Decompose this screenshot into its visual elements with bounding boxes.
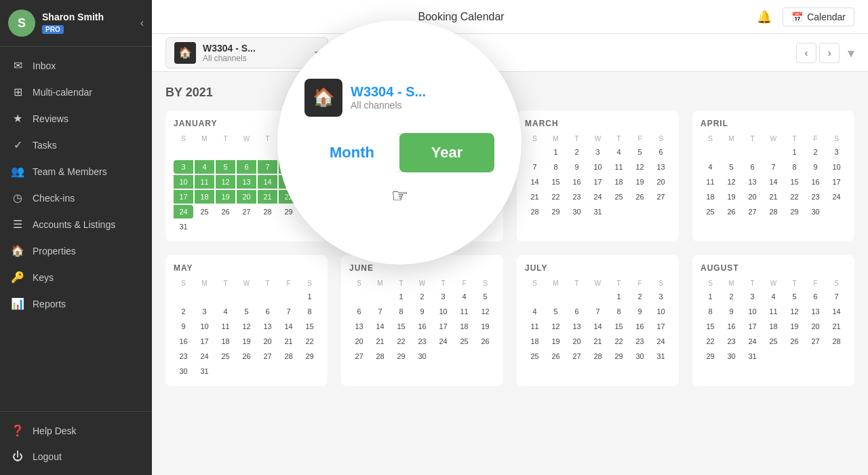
cal-day[interactable]: 3 [827, 145, 846, 159]
cal-day[interactable]: 24 [433, 335, 453, 348]
sidebar-item-helpdesk[interactable]: ❓ Help Desk [0, 417, 152, 444]
cal-day[interactable]: 21 [525, 190, 545, 204]
cal-day[interactable]: 13 [237, 175, 256, 189]
cal-day[interactable]: 26 [237, 349, 256, 363]
cal-day[interactable]: 5 [237, 305, 256, 318]
cal-day[interactable] [216, 145, 235, 159]
cal-day[interactable]: 16 [412, 320, 432, 333]
cal-day[interactable]: 23 [567, 190, 587, 204]
cal-day[interactable]: 8 [785, 160, 804, 174]
notification-bell-icon[interactable]: 🔔 [757, 10, 772, 24]
cal-day[interactable]: 2 [412, 290, 432, 303]
cal-day[interactable]: 25 [525, 349, 545, 363]
view-dropdown-icon[interactable]: ▾ [848, 45, 854, 61]
cal-day[interactable]: 21 [370, 335, 390, 348]
cal-day[interactable]: 6 [651, 145, 671, 159]
cal-day[interactable]: 22 [609, 335, 629, 348]
cal-day[interactable]: 29 [300, 349, 319, 363]
cal-day[interactable]: 18 [701, 190, 720, 204]
cal-day[interactable]: 20 [806, 320, 825, 333]
cal-day[interactable]: 10 [827, 160, 846, 174]
cal-day[interactable]: 7 [764, 160, 783, 174]
cal-day[interactable]: 17 [174, 190, 193, 204]
year-view-button[interactable]: Year [399, 133, 494, 172]
cal-day[interactable] [370, 290, 390, 303]
cal-day[interactable]: 13 [806, 305, 825, 318]
cal-day[interactable]: 4 [195, 160, 214, 174]
cal-day[interactable]: 24 [588, 190, 608, 204]
next-arrow-button[interactable]: › [819, 43, 840, 63]
cal-day[interactable] [546, 290, 566, 303]
cal-day[interactable]: 28 [764, 205, 783, 218]
cal-day[interactable] [258, 290, 277, 303]
cal-day[interactable]: 24 [743, 335, 762, 348]
cal-day[interactable]: 11 [216, 320, 235, 333]
cal-day[interactable]: 28 [588, 349, 608, 363]
month-view-button[interactable]: Month [304, 133, 399, 172]
cal-day[interactable]: 1 [785, 145, 804, 159]
cal-day[interactable]: 6 [258, 305, 277, 318]
cal-day[interactable]: 2 [806, 145, 825, 159]
cal-day[interactable]: 5 [722, 160, 741, 174]
cal-day[interactable]: 18 [525, 335, 545, 348]
cal-day[interactable]: 24 [195, 349, 214, 363]
sidebar-item-tasks[interactable]: ✓ Tasks [0, 132, 152, 158]
cal-day[interactable]: 31 [174, 220, 193, 233]
cal-day[interactable]: 11 [764, 305, 783, 318]
cal-day[interactable]: 27 [567, 349, 587, 363]
cal-day[interactable]: 11 [195, 175, 214, 189]
cal-day[interactable]: 8 [300, 305, 319, 318]
cal-day[interactable]: 20 [349, 335, 369, 348]
cal-day[interactable]: 25 [701, 205, 720, 218]
cal-day[interactable]: 14 [525, 175, 545, 189]
cal-day[interactable]: 30 [567, 205, 587, 218]
cal-day[interactable]: 10 [651, 305, 671, 318]
cal-day[interactable]: 30 [412, 349, 432, 363]
cal-day[interactable]: 30 [722, 349, 741, 363]
sidebar-item-multi-calendar[interactable]: ⊞ Multi-calendar [0, 79, 152, 105]
cal-day[interactable]: 31 [743, 349, 762, 363]
cal-day[interactable] [216, 364, 235, 378]
sidebar-profile[interactable]: S Sharon Smith PRO ‹ [0, 0, 152, 47]
cal-day[interactable] [279, 364, 298, 378]
cal-day[interactable] [195, 290, 214, 303]
cal-day[interactable]: 8 [546, 160, 566, 174]
cal-day[interactable] [827, 205, 846, 218]
cal-day[interactable]: 26 [216, 205, 235, 218]
cal-day[interactable]: 18 [764, 320, 783, 333]
cal-day[interactable] [258, 145, 277, 159]
cal-day[interactable]: 17 [433, 320, 453, 333]
cal-day[interactable]: 1 [391, 290, 411, 303]
cal-day[interactable]: 25 [216, 349, 235, 363]
cal-day[interactable]: 16 [567, 175, 587, 189]
cal-day[interactable]: 10 [743, 305, 762, 318]
cal-day[interactable] [300, 364, 319, 378]
cal-day[interactable]: 19 [630, 175, 650, 189]
cal-day[interactable]: 5 [216, 160, 235, 174]
cal-day[interactable]: 22 [546, 190, 566, 204]
cal-day[interactable]: 26 [546, 349, 566, 363]
cal-day[interactable]: 18 [195, 190, 214, 204]
sidebar-collapse-icon[interactable]: ‹ [140, 17, 144, 29]
cal-day[interactable]: 12 [475, 305, 495, 318]
cal-day[interactable]: 7 [827, 290, 846, 303]
cal-day[interactable]: 17 [743, 320, 762, 333]
cal-day[interactable]: 9 [567, 160, 587, 174]
cal-day[interactable]: 1 [609, 290, 629, 303]
cal-day[interactable]: 1 [701, 290, 720, 303]
cal-day[interactable]: 16 [806, 175, 825, 189]
cal-day[interactable]: 28 [370, 349, 390, 363]
cal-day[interactable]: 20 [651, 175, 671, 189]
cal-day[interactable]: 27 [258, 349, 277, 363]
cal-day[interactable]: 13 [651, 160, 671, 174]
cal-day[interactable]: 22 [391, 335, 411, 348]
cal-day[interactable] [722, 145, 741, 159]
cal-day[interactable]: 11 [701, 175, 720, 189]
cal-day[interactable]: 20 [567, 335, 587, 348]
cal-day[interactable]: 13 [258, 320, 277, 333]
cal-day[interactable]: 31 [195, 364, 214, 378]
cal-day[interactable]: 18 [609, 175, 629, 189]
cal-day[interactable]: 12 [216, 175, 235, 189]
cal-day[interactable] [433, 349, 453, 363]
calendar-view-button[interactable]: 📅 Calendar [783, 7, 854, 26]
